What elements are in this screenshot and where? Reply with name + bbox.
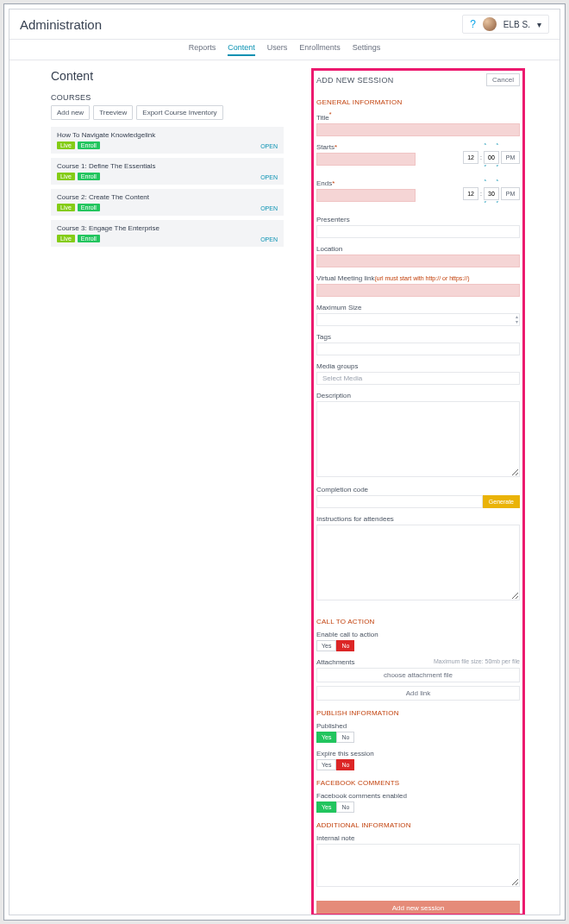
- presenters-label: Presenters: [316, 216, 520, 223]
- starts-hour[interactable]: [463, 151, 478, 164]
- published-toggle[interactable]: YesNo: [316, 732, 520, 743]
- location-input[interactable]: [316, 255, 520, 267]
- chevron-up-icon: ˄: [484, 179, 487, 186]
- virtual-input[interactable]: [316, 284, 520, 297]
- add-new-button[interactable]: Add new: [51, 105, 90, 120]
- section-additional: ADDITIONAL INFORMATION: [316, 821, 520, 829]
- starts-ampm[interactable]: PM: [501, 151, 520, 164]
- code-label: Completion code: [316, 486, 520, 493]
- courses-label: COURSES: [51, 93, 284, 102]
- user-name: ELB S.: [503, 20, 530, 29]
- internal-textarea[interactable]: [316, 844, 520, 887]
- avatar: [483, 17, 497, 31]
- expire-label: Expire this session: [316, 750, 520, 757]
- panel-title: ADD NEW SESSION: [316, 76, 394, 85]
- content-heading: Content: [51, 69, 284, 83]
- chevron-down-icon: ˅: [484, 201, 487, 208]
- user-menu[interactable]: ? ELB S. ▾: [462, 15, 549, 34]
- fb-label: Facebook comments enabled: [316, 792, 520, 800]
- help-icon[interactable]: ?: [470, 18, 476, 30]
- tab-settings[interactable]: Settings: [353, 43, 381, 56]
- stepper-icon[interactable]: ▴▾: [516, 314, 518, 324]
- desc-label: Description: [316, 392, 520, 399]
- nav-tabs: Reports Content Users Enrollments Settin…: [9, 40, 560, 60]
- ends-time-picker[interactable]: ˄˄ : PM ˅˅: [463, 179, 520, 209]
- maxsize-label: Maximum Size: [316, 304, 520, 311]
- export-button[interactable]: Export Course Inventory: [136, 105, 222, 120]
- media-label: Media groups: [316, 362, 520, 370]
- caret-down-icon: ▾: [537, 20, 541, 29]
- cancel-button[interactable]: Cancel: [486, 73, 520, 86]
- generate-button[interactable]: Generate: [483, 495, 520, 508]
- course-row[interactable]: How To Navigate Knowledgelink LiveEnroll…: [51, 127, 284, 154]
- media-select[interactable]: Select Media: [316, 372, 520, 385]
- ends-date-input[interactable]: [316, 189, 416, 202]
- section-publish: PUBLISH INFORMATION: [316, 709, 520, 717]
- location-label: Location: [316, 245, 520, 253]
- instructions-textarea[interactable]: [316, 525, 520, 600]
- starts-label: Starts*: [316, 143, 416, 151]
- code-input[interactable]: [316, 495, 483, 508]
- course-row[interactable]: Course 2: Create The Content LiveEnroll …: [51, 189, 284, 216]
- tab-reports[interactable]: Reports: [189, 43, 216, 56]
- starts-min[interactable]: [484, 151, 499, 164]
- choose-file-button[interactable]: choose attachment file: [316, 668, 520, 682]
- ends-label: Ends*: [316, 179, 416, 187]
- desc-textarea[interactable]: [316, 401, 520, 477]
- ends-hour[interactable]: [463, 187, 478, 200]
- virtual-label: Virtual Meeting link(url must start with…: [316, 274, 520, 282]
- maxsize-input[interactable]: [316, 313, 520, 326]
- treeview-button[interactable]: Treeview: [93, 105, 133, 120]
- chevron-down-icon: ˅: [496, 201, 499, 208]
- expire-toggle[interactable]: YesNo: [316, 759, 520, 770]
- tags-label: Tags: [316, 333, 520, 341]
- course-row[interactable]: Course 3: Engage The Enterprise LiveEnro…: [51, 220, 284, 247]
- tab-content[interactable]: Content: [228, 43, 255, 56]
- section-cta: CALL TO ACTION: [316, 618, 520, 625]
- presenters-input[interactable]: [316, 225, 520, 238]
- course-row[interactable]: Course 1: Define The Essentials LiveEnro…: [51, 158, 284, 185]
- attachments-label: AttachmentsMaximum file size: 50mb per f…: [316, 658, 520, 666]
- submit-button[interactable]: Add new session: [316, 901, 520, 915]
- title-label: Title: [316, 111, 520, 122]
- open-link[interactable]: OPEN: [260, 143, 278, 149]
- enable-cta-label: Enable call to action: [316, 631, 520, 638]
- instructions-label: Instructions for attendees: [316, 515, 520, 523]
- cta-toggle[interactable]: YesNo: [316, 640, 520, 651]
- tab-users[interactable]: Users: [267, 43, 288, 56]
- chevron-up-icon: ˄: [496, 179, 499, 186]
- published-label: Published: [316, 722, 520, 730]
- starts-time-picker[interactable]: ˄˄ : PM ˅˅: [463, 143, 520, 173]
- add-link-button[interactable]: Add link: [316, 686, 520, 701]
- starts-date-input[interactable]: [316, 153, 416, 166]
- live-badge: Live: [57, 141, 75, 149]
- fb-toggle[interactable]: YesNo: [316, 801, 520, 813]
- enroll-badge: Enroll: [78, 141, 100, 149]
- ends-ampm[interactable]: PM: [501, 187, 520, 200]
- chevron-down-icon: ˅: [484, 165, 487, 172]
- page-heading: Administration: [20, 17, 102, 32]
- section-general: GENERAL INFORMATION: [316, 98, 520, 106]
- chevron-up-icon: ˄: [484, 143, 487, 150]
- internal-label: Internal note: [316, 834, 520, 842]
- chevron-up-icon: ˄: [496, 143, 499, 150]
- tab-enrollments[interactable]: Enrollments: [299, 43, 341, 56]
- chevron-down-icon: ˅: [496, 165, 499, 172]
- title-input[interactable]: [316, 123, 520, 136]
- ends-min[interactable]: [484, 187, 499, 200]
- section-fb: FACEBOOK COMMENTS: [316, 779, 520, 787]
- tags-input[interactable]: [316, 343, 520, 355]
